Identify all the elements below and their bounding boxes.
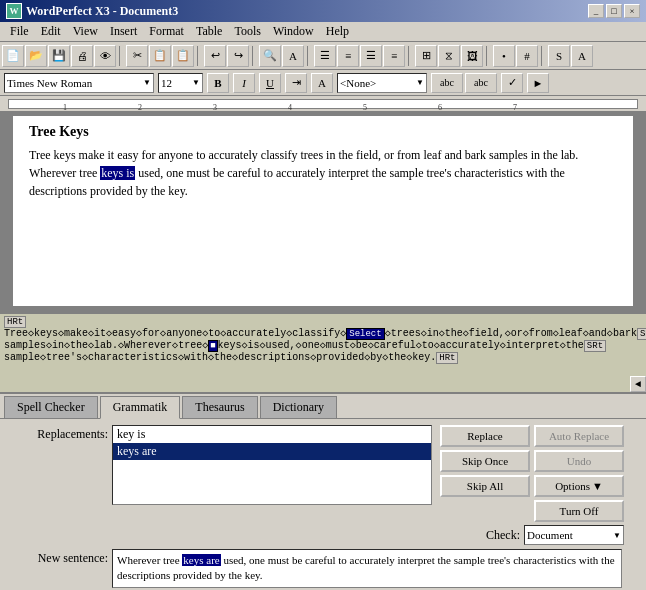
font-dropdown-arrow[interactable]: ▼	[143, 78, 151, 87]
indent-button[interactable]: ⇥	[285, 73, 307, 93]
menu-window[interactable]: Window	[267, 22, 320, 41]
bullet-button[interactable]: •	[493, 45, 515, 67]
separator-2	[197, 46, 201, 66]
reveal-codes-line1: HRt	[4, 316, 642, 327]
auto-replace-button[interactable]: Auto Replace	[534, 425, 624, 447]
separator-7	[541, 46, 545, 66]
spell-check-btn-2[interactable]: abc	[465, 73, 497, 93]
document-title: Tree Keys	[29, 124, 617, 140]
new-doc-button[interactable]: 📄	[2, 45, 24, 67]
number-button[interactable]: #	[516, 45, 538, 67]
panel-body: Replacements: key is keys are Replace Au…	[0, 419, 646, 590]
document-area: Tree Keys Tree keys make it easy for any…	[0, 112, 646, 312]
macro-button[interactable]: ►	[527, 73, 549, 93]
cut-button[interactable]: ✂	[126, 45, 148, 67]
find-button[interactable]: 🔍	[259, 45, 281, 67]
copy-button[interactable]: 📋	[149, 45, 171, 67]
replacement-item-0[interactable]: key is	[113, 426, 431, 443]
redo-button[interactable]: ↪	[227, 45, 249, 67]
tabs-row: Spell Checker Grammatik Thesaurus Dictio…	[0, 394, 646, 419]
window-title: WordPerfect X3 - Document3	[26, 4, 178, 19]
align-right-button[interactable]: ☰	[360, 45, 382, 67]
undo-button[interactable]: Undo	[534, 450, 624, 472]
spell-buttons: abc abc	[431, 73, 497, 93]
minimize-button[interactable]: _	[588, 4, 604, 18]
undo-button[interactable]: ↩	[204, 45, 226, 67]
menu-table[interactable]: Table	[190, 22, 228, 41]
align-left-button[interactable]: ☰	[314, 45, 336, 67]
tab-dictionary[interactable]: Dictionary	[260, 396, 337, 418]
new-sentence-text: Wherever tree keys are used, one must be…	[112, 549, 622, 588]
reveal-codes-area: HRt Tree◇keys◇make◇it◇easy◇for◇anyone◇to…	[0, 312, 646, 392]
window-controls[interactable]: _ □ ×	[588, 4, 640, 18]
spell-check-btn-1[interactable]: abc	[431, 73, 463, 93]
justify-button[interactable]: ≡	[383, 45, 405, 67]
size-dropdown-arrow[interactable]: ▼	[192, 78, 200, 87]
styles-button[interactable]: S	[548, 45, 570, 67]
styles-selector[interactable]: <None> ▼	[337, 73, 427, 93]
menu-file[interactable]: File	[4, 22, 35, 41]
replacements-list[interactable]: key is keys are	[112, 425, 432, 505]
styles-value: <None>	[340, 77, 376, 89]
turn-off-button[interactable]: Turn Off	[534, 500, 624, 522]
replacement-item-1[interactable]: keys are	[113, 443, 431, 460]
print-button[interactable]: 🖨	[71, 45, 93, 67]
replace-button[interactable]: Replace	[440, 425, 530, 447]
title-bar: W WordPerfect X3 - Document3 _ □ ×	[0, 0, 646, 22]
font-name: Times New Roman	[7, 77, 92, 89]
ns-prefix: Wherever tree	[117, 554, 182, 566]
menu-bar: File Edit View Insert Format Table Tools…	[0, 22, 646, 42]
styles-dropdown-arrow[interactable]: ▼	[416, 78, 424, 87]
font-size-selector[interactable]: 12 ▼	[158, 73, 203, 93]
preview-button[interactable]: 👁	[94, 45, 116, 67]
menu-view[interactable]: View	[67, 22, 104, 41]
menu-edit[interactable]: Edit	[35, 22, 67, 41]
font-selector[interactable]: Times New Roman ▼	[4, 73, 154, 93]
check-dropdown-arrow[interactable]: ▼	[613, 531, 621, 540]
check-selector[interactable]: Document ▼	[524, 525, 624, 545]
columns-button[interactable]: ⧖	[438, 45, 460, 67]
skip-all-button[interactable]: Skip All	[440, 475, 530, 497]
check-combo-row: Check: Document ▼	[440, 525, 624, 545]
document-page[interactable]: Tree Keys Tree keys make it easy for any…	[13, 116, 633, 306]
save-button[interactable]: 💾	[48, 45, 70, 67]
tab-spell-checker[interactable]: Spell Checker	[4, 396, 98, 418]
main-toolbar: 📄 📂 💾 🖨 👁 ✂ 📋 📋 ↩ ↪ 🔍 A ☰ ≡ ☰ ≡ ⊞ ⧖ 🖼 • …	[0, 42, 646, 70]
align-center-button[interactable]: ≡	[337, 45, 359, 67]
new-sentence-row: New sentence: Wherever tree keys are use…	[8, 549, 638, 588]
menu-format[interactable]: Format	[143, 22, 190, 41]
menu-help[interactable]: Help	[320, 22, 355, 41]
menu-insert[interactable]: Insert	[104, 22, 143, 41]
zoom-button[interactable]: A	[282, 45, 304, 67]
tab-thesaurus[interactable]: Thesaurus	[182, 396, 257, 418]
skip-once-button[interactable]: Skip Once	[440, 450, 530, 472]
table-button[interactable]: ⊞	[415, 45, 437, 67]
check-label: Check:	[486, 528, 520, 543]
reveal-codes-line4: sample◇tree's◇characteristics◇with◇the◇d…	[4, 351, 642, 363]
underline-button[interactable]: U	[259, 73, 281, 93]
open-button[interactable]: 📂	[25, 45, 47, 67]
replacements-label: Replacements:	[8, 425, 108, 442]
bold-button[interactable]: B	[207, 73, 229, 93]
maximize-button[interactable]: □	[606, 4, 622, 18]
check-row: Turn Off	[440, 500, 624, 522]
italic-button[interactable]: I	[233, 73, 255, 93]
srt-tag-2: SRt	[584, 340, 606, 352]
graphics-button[interactable]: 🖼	[461, 45, 483, 67]
menu-tools[interactable]: Tools	[228, 22, 267, 41]
document-body: Tree keys make it easy for anyone to acc…	[29, 146, 617, 200]
scroll-right-arrow[interactable]: ◄	[630, 376, 646, 392]
top-buttons: Replace Auto Replace	[440, 425, 624, 447]
separator-5	[408, 46, 412, 66]
separator-3	[252, 46, 256, 66]
tab-grammatik[interactable]: Grammatik	[100, 396, 181, 419]
app-icon: W	[6, 3, 22, 19]
quick-correct-button[interactable]: ✓	[501, 73, 523, 93]
text-color-button[interactable]: A	[311, 73, 333, 93]
close-button[interactable]: ×	[624, 4, 640, 18]
color-button[interactable]: A	[571, 45, 593, 67]
options-button[interactable]: Options ▼	[534, 475, 624, 497]
grammar-panel: Spell Checker Grammatik Thesaurus Dictio…	[0, 392, 646, 590]
options-dropdown-arrow[interactable]: ▼	[592, 480, 603, 492]
paste-button[interactable]: 📋	[172, 45, 194, 67]
